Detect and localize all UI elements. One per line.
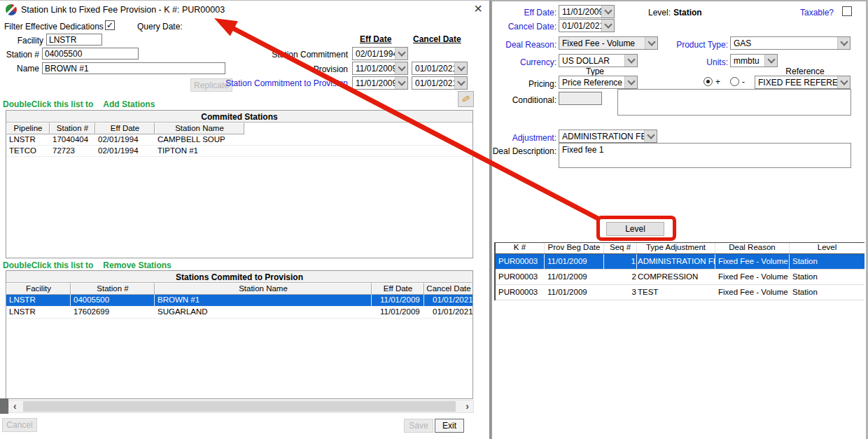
pricing-value: Price Reference — [559, 76, 624, 88]
sc-to-provision-eff-combo[interactable]: 11/01/2009 — [352, 76, 408, 90]
scrollbar-thumb[interactable] — [23, 401, 456, 412]
station-number-input[interactable] — [42, 48, 139, 60]
horizontal-scrollbar[interactable]: ‹ › — [8, 400, 474, 413]
add-stations-action[interactable]: Add Stations — [103, 99, 155, 109]
station-commitment-label: Station Commitment — [231, 50, 348, 60]
table-row[interactable]: LNSTR 17602699 SUGARLAND 11/01/2009 01/0… — [6, 307, 472, 319]
chevron-down-icon[interactable] — [395, 77, 407, 89]
chevron-down-icon[interactable] — [454, 62, 467, 74]
cell: 3 — [604, 285, 637, 300]
chevron-down-icon[interactable] — [837, 76, 850, 88]
chevron-down-icon[interactable] — [624, 55, 637, 67]
cell: 2 — [604, 270, 637, 284]
provision-cancel-combo[interactable]: 01/01/2021 — [412, 62, 468, 75]
filter-effective-dedications-checkbox[interactable]: ✓ — [105, 20, 115, 30]
deal-reason-combo[interactable]: Fixed Fee - Volume — [559, 36, 658, 50]
chevron-down-icon[interactable] — [395, 62, 407, 74]
provision-cancel-value: 01/01/2021 — [412, 62, 454, 74]
cancel-date-value: 01/01/2021 — [559, 20, 601, 32]
sc-to-provision-eff-value: 11/01/2009 — [353, 77, 395, 89]
name-label: Name — [0, 64, 39, 74]
plus-radio[interactable] — [704, 77, 713, 86]
cancel-date-combo[interactable]: 01/01/2021 — [559, 19, 615, 32]
name-input[interactable] — [42, 62, 225, 74]
stations-committed-header-row: Facility Station # Station Name Eff Date… — [6, 283, 472, 295]
product-type-combo[interactable]: GAS — [730, 36, 850, 50]
pencil-edit-button[interactable]: ✎ — [458, 91, 474, 107]
cell — [244, 146, 472, 156]
stations-committed-title: Stations Commited to Provision — [6, 271, 472, 283]
remove-stations-action[interactable]: Remove Stations — [103, 260, 171, 270]
chevron-down-icon[interactable] — [644, 130, 657, 142]
chevron-down-icon[interactable] — [645, 37, 657, 49]
facility-input[interactable] — [46, 34, 102, 46]
units-value: mmbtu — [731, 55, 764, 67]
dialog-title: Station Link to Fixed Fee Provision - K … — [21, 5, 225, 15]
chevron-down-icon[interactable] — [764, 55, 777, 67]
conditional-input[interactable] — [559, 92, 602, 105]
column-header: Deal Reason — [715, 243, 790, 253]
cancel-button[interactable]: Cancel — [2, 418, 37, 432]
taxable-label: Taxable? — [800, 8, 834, 18]
cell: 1 — [604, 254, 637, 269]
reference-combo[interactable]: FIXED FEE REFERENC — [755, 76, 850, 89]
add-stations-hint: DoubleClick this list toAdd Stations — [3, 99, 155, 109]
product-type-label: Product Type: — [665, 40, 728, 50]
close-icon[interactable]: × — [470, 1, 486, 16]
table-row[interactable]: LNSTR 17040404 02/01/1994 CAMPBELL SOUP — [6, 134, 472, 146]
scroll-right-icon[interactable]: › — [465, 400, 469, 412]
provision-eff-combo[interactable]: 11/01/2009 — [352, 62, 408, 75]
deal-description-textarea[interactable]: Fixed fee 1 — [559, 143, 851, 168]
grid-header-row: K # Prov Beg Date Seq # Type Adjustment … — [496, 242, 864, 254]
save-button[interactable]: Save — [404, 419, 433, 433]
provision-label: Provision — [231, 64, 348, 74]
cell: 11/01/2009 — [372, 307, 424, 318]
plus-radio-label: + — [715, 77, 720, 87]
chevron-down-icon[interactable] — [601, 6, 614, 18]
grid-row[interactable]: PUR00003 11/01/2009 3 TEST Fixed Fee - V… — [496, 285, 864, 300]
chevron-down-icon[interactable] — [395, 48, 407, 60]
cell: 11/01/2009 — [372, 295, 424, 306]
taxable-checkbox[interactable] — [842, 6, 852, 16]
hint-prefix: DoubleClick this list to — [3, 260, 93, 270]
column-header: Station Name — [155, 123, 244, 134]
chevron-down-icon[interactable] — [837, 37, 850, 49]
column-header: Pipeline — [6, 123, 50, 134]
reference-value: FIXED FEE REFERENC — [755, 76, 837, 88]
currency-combo[interactable]: US DOLLAR — [559, 54, 638, 67]
currency-value: US DOLLAR — [559, 55, 624, 67]
station-commitment-to-provision-label: Station Commitment to Provision — [225, 78, 348, 88]
cell: 02/01/1994 — [95, 134, 155, 145]
table-row[interactable]: TETCO 72723 02/01/1994 TIPTON #1 — [6, 146, 472, 157]
exit-button[interactable]: Exit — [435, 419, 464, 433]
provision-eff-value: 11/01/2009 — [353, 62, 395, 74]
grid-row-selected[interactable]: PUR00003 11/01/2009 1 ADMINISTRATION FEE… — [496, 254, 864, 270]
pricing-label: Pricing: — [490, 79, 556, 89]
chevron-down-icon[interactable] — [601, 20, 614, 32]
adjustment-combo[interactable]: ADMINISTRATION FEE — [559, 130, 657, 143]
units-combo[interactable]: mmbtu — [730, 54, 778, 67]
minus-radio[interactable] — [730, 77, 739, 86]
cell: LNSTR — [6, 295, 71, 306]
sc-to-provision-cancel-combo[interactable]: 01/01/2021 — [412, 76, 468, 90]
grid-row[interactable]: PUR00003 11/01/2009 2 COMPRESSION Fixed … — [496, 270, 864, 285]
cell: 01/01/2021 — [424, 307, 472, 318]
station-commitment-eff-combo[interactable]: 02/01/1994 — [352, 47, 408, 60]
level-value: Station — [673, 8, 702, 18]
chevron-down-icon[interactable] — [454, 77, 467, 89]
eff-date-combo[interactable]: 11/01/2009 — [559, 5, 615, 18]
level-button[interactable]: Level — [606, 222, 664, 236]
scroll-left-icon[interactable]: ‹ — [13, 400, 17, 412]
units-label: Units: — [672, 57, 728, 67]
table-row-selected[interactable]: LNSTR 04005500 BROWN #1 11/01/2009 01/01… — [6, 295, 472, 307]
cell: Fixed Fee - Volume — [715, 254, 790, 269]
provision-detail-grid: K # Prov Beg Date Seq # Type Adjustment … — [494, 242, 864, 300]
cell: 02/01/1994 — [95, 146, 155, 156]
cell: Fixed Fee - Volume — [715, 270, 790, 284]
conditional-textarea[interactable] — [617, 89, 851, 116]
pricing-combo[interactable]: Price Reference — [559, 76, 638, 89]
cell: TIPTON #1 — [155, 146, 244, 156]
deal-description-label: Deal Description: — [489, 146, 556, 156]
cell: PUR00003 — [496, 254, 545, 269]
chevron-down-icon[interactable] — [624, 76, 637, 88]
